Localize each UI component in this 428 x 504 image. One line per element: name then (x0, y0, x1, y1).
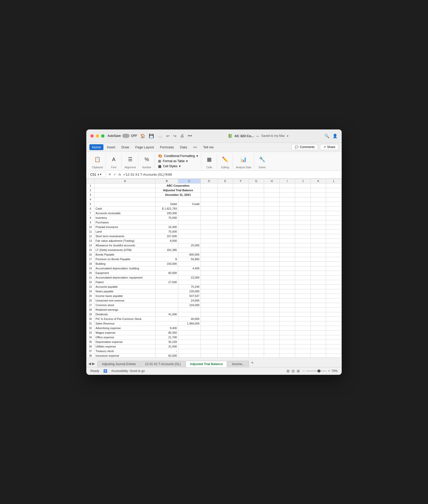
formula-text[interactable]: ='12-31-X1 T-Accounts (GL)'!K89 (123, 173, 340, 176)
cell-L19[interactable] (326, 266, 342, 271)
cell-D12[interactable] (200, 234, 217, 238)
cell-f2[interactable] (233, 188, 248, 193)
cell-l1[interactable] (326, 183, 342, 188)
cell-I13[interactable] (280, 238, 295, 243)
cell-D18[interactable] (200, 261, 217, 266)
cell-b27[interactable] (156, 303, 178, 307)
cell-i2[interactable] (280, 188, 295, 193)
cell-I36[interactable] (280, 344, 295, 349)
cell-F26[interactable] (233, 298, 248, 303)
cell-b29[interactable]: 41,000 (156, 312, 178, 317)
number-button[interactable]: % (143, 155, 151, 163)
cell-G28[interactable] (248, 307, 264, 312)
cell-E29[interactable] (218, 312, 233, 317)
cell-G11[interactable] (248, 229, 264, 234)
cell-F7[interactable] (233, 211, 248, 215)
cell-L33[interactable] (326, 330, 342, 335)
cell-G6[interactable] (248, 206, 264, 211)
tab-adjusting[interactable]: Adjusting Journal Entries (98, 361, 140, 367)
cell-H20[interactable] (264, 271, 280, 275)
cell-F10[interactable] (233, 225, 248, 229)
cell-c8[interactable] (178, 215, 200, 220)
cell-D22[interactable] (200, 280, 217, 284)
cell-K34[interactable] (311, 335, 326, 340)
cell-reference[interactable]: C51 ▲▼ (88, 172, 106, 177)
cell-E30[interactable] (218, 317, 233, 321)
cell-K17[interactable] (311, 257, 326, 261)
cell-a37[interactable]: Treasury stock (94, 349, 155, 353)
menu-pagelayout[interactable]: Page Layout (133, 144, 157, 150)
cell-g2[interactable] (248, 188, 264, 193)
cell-b6[interactable]: $ 1,821,793 (156, 206, 178, 211)
profile-icon[interactable]: 👤 (332, 134, 338, 138)
cell-K32[interactable] (311, 326, 326, 330)
cell-D15[interactable] (200, 248, 217, 252)
cell-e3[interactable] (218, 193, 233, 197)
cell-J14[interactable] (295, 243, 311, 248)
cell-L31[interactable] (326, 321, 342, 326)
cell-D37[interactable] (200, 349, 217, 353)
cell-I31[interactable] (280, 321, 295, 326)
cell-K37[interactable] (311, 349, 326, 353)
cell-b32[interactable]: 8,400 (156, 326, 178, 330)
cell-c22[interactable] (178, 280, 200, 284)
cell-L24[interactable] (326, 289, 342, 294)
cell-G17[interactable] (248, 257, 264, 261)
cell-E12[interactable] (218, 234, 233, 238)
cell-a26[interactable]: Unearned rent revenue (94, 298, 155, 303)
cell-L22[interactable] (326, 280, 342, 284)
cell-a28[interactable]: Retained earnings (94, 307, 155, 312)
cell-k3[interactable] (311, 193, 326, 197)
cell-c35[interactable] (178, 340, 200, 344)
cell-F37[interactable] (233, 349, 248, 353)
cell-I28[interactable] (280, 307, 295, 312)
cell-J25[interactable] (295, 294, 311, 298)
undo-icon[interactable]: ↩ (166, 134, 170, 138)
cell-D26[interactable] (200, 298, 217, 303)
cell-F31[interactable] (233, 321, 248, 326)
cell-a23[interactable]: Accounts payable (94, 284, 155, 289)
cell-J20[interactable] (295, 271, 311, 275)
minimize-button[interactable] (96, 134, 99, 138)
menu-draw[interactable]: Draw (119, 144, 132, 150)
cell-j1[interactable] (295, 183, 311, 188)
cell-D38[interactable] (200, 353, 217, 357)
cell-c27[interactable]: 104,000 (178, 303, 200, 307)
cell-G21[interactable] (248, 275, 264, 280)
cell-L23[interactable] (326, 284, 342, 289)
close-button[interactable] (90, 134, 94, 138)
cell-L29[interactable] (326, 312, 342, 317)
cell-H22[interactable] (264, 280, 280, 284)
search-button[interactable]: 🔍 (324, 134, 329, 138)
cell-I22[interactable] (280, 280, 295, 284)
cell-f3[interactable] (233, 193, 248, 197)
cell-K7[interactable] (311, 211, 326, 215)
cell-E32[interactable] (218, 326, 233, 330)
cell-k1[interactable] (311, 183, 326, 188)
col-header-f[interactable]: F (233, 179, 248, 183)
cell-J28[interactable] (295, 307, 311, 312)
cell-F30[interactable] (233, 317, 248, 321)
cell-I33[interactable] (280, 330, 295, 335)
cell-G18[interactable] (248, 261, 264, 266)
cell-G27[interactable] (248, 303, 264, 307)
cell-I15[interactable] (280, 248, 295, 252)
cell-F8[interactable] (233, 215, 248, 220)
cell-F33[interactable] (233, 330, 248, 335)
cell-d3[interactable] (200, 193, 217, 197)
cell-G37[interactable] (248, 349, 264, 353)
cell-K26[interactable] (311, 298, 326, 303)
cell-c26[interactable]: 24,000 (178, 298, 200, 303)
cell-L14[interactable] (326, 243, 342, 248)
cell-b9[interactable] (156, 220, 178, 225)
cell-J30[interactable] (295, 317, 311, 321)
debit-label[interactable]: Debit (156, 202, 178, 206)
cell-c33[interactable] (178, 330, 200, 335)
cell-D27[interactable] (200, 303, 217, 307)
cell-b17[interactable]: $ (156, 257, 178, 261)
cell-G34[interactable] (248, 335, 264, 340)
cell-a27[interactable]: Common stock (94, 303, 155, 307)
cell-J12[interactable] (295, 234, 311, 238)
cell-a10[interactable]: Prepaid insurance (94, 225, 155, 229)
cell-I21[interactable] (280, 275, 295, 280)
